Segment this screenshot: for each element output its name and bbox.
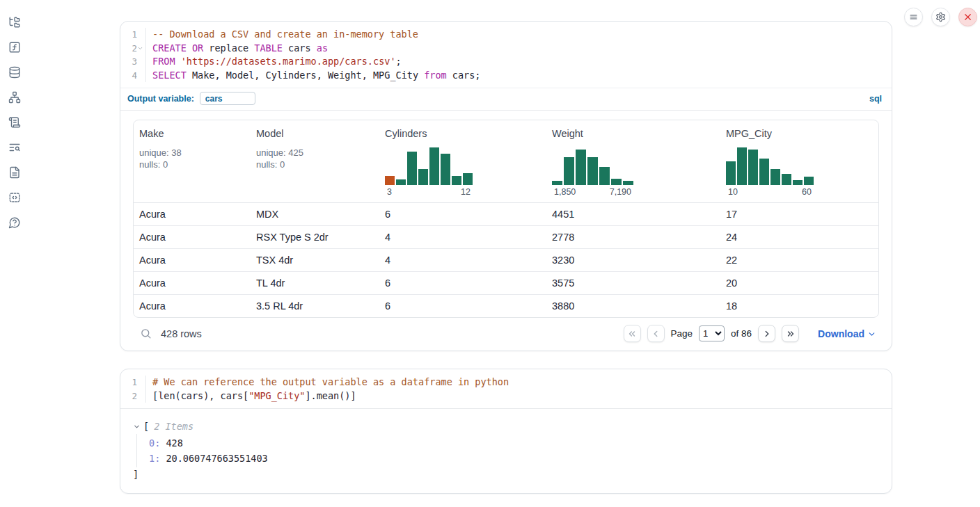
tree-entry-key: 1:	[149, 453, 160, 464]
line-number-gutter: 4	[120, 69, 146, 83]
histogram-bar	[407, 152, 417, 185]
line-number-gutter: 2	[120, 389, 146, 403]
column-title: Model	[256, 128, 374, 139]
line-number-gutter: 3	[120, 55, 146, 69]
collapse-chevron-icon[interactable]	[133, 423, 141, 430]
code-line[interactable]: 1# We can reference the output variable …	[120, 376, 892, 389]
settings-icon	[935, 12, 946, 22]
column-header-make[interactable]: Makeunique: 38nulls: 0	[134, 120, 251, 202]
page-select[interactable]: 1	[699, 325, 725, 341]
network-icon[interactable]	[8, 91, 21, 104]
file-tree-icon[interactable]	[8, 16, 21, 29]
table-cell: 3.5 RL 4dr	[251, 295, 379, 317]
histogram-bar	[793, 180, 803, 185]
histogram-bar	[463, 173, 473, 185]
histogram-bar	[587, 157, 598, 185]
column-header-cylinders[interactable]: Cylinders312	[379, 120, 546, 202]
table-cell: 6	[379, 203, 546, 225]
table-cell: 4451	[546, 203, 720, 225]
code-snippet-icon[interactable]	[8, 191, 21, 204]
histogram-bar	[770, 169, 780, 185]
download-label: Download	[818, 328, 864, 339]
histogram-bar	[599, 167, 610, 185]
line-number-gutter: 1	[120, 28, 146, 42]
sql-cell: 1-- Download a CSV and create an in-memo…	[120, 21, 892, 351]
code-line[interactable]: 4SELECT Make, Model, Cylinders, Weight, …	[120, 69, 892, 83]
tree-entry-value: 20.060747663551403	[160, 453, 267, 464]
settings-button[interactable]	[931, 8, 950, 26]
tree-entry: 1: 20.060747663551403	[149, 451, 879, 466]
table-cell: MDX	[251, 203, 379, 225]
row-count-label: 428 rows	[161, 328, 202, 339]
sql-code-editor[interactable]: 1-- Download a CSV and create an in-memo…	[120, 22, 892, 88]
prev-page-button[interactable]	[647, 325, 665, 342]
table-row[interactable]: AcuraMDX6445117	[134, 203, 878, 226]
code-line[interactable]: 1-- Download a CSV and create an in-memo…	[120, 28, 892, 42]
search-icon[interactable]	[140, 328, 152, 339]
download-button[interactable]: Download	[818, 328, 876, 339]
table-cell: Acura	[134, 226, 251, 248]
close-bracket: ]	[133, 467, 879, 482]
tree-entry: 0: 428	[149, 435, 879, 451]
table-cell: 22	[720, 249, 878, 271]
table-cell: 3575	[546, 272, 720, 294]
column-header-weight[interactable]: Weight1,8507,190	[546, 120, 720, 202]
python-cell: 1# We can reference the output variable …	[120, 369, 892, 494]
histogram-bar	[748, 150, 758, 185]
language-badge: sql	[869, 94, 882, 104]
text-search-icon[interactable]	[8, 141, 21, 154]
menu-button[interactable]	[904, 8, 923, 26]
table-cell: Acura	[134, 272, 251, 294]
last-page-button[interactable]	[782, 325, 799, 342]
table-row[interactable]: AcuraTL 4dr6357520	[134, 272, 878, 295]
histogram-bar	[782, 174, 791, 185]
column-title: Make	[139, 128, 245, 139]
file-text-icon[interactable]	[8, 166, 21, 179]
histogram-axis-labels: 1060	[726, 187, 814, 197]
next-page-button[interactable]	[758, 325, 775, 342]
histogram-bar	[611, 179, 622, 185]
function-square-icon[interactable]	[8, 41, 21, 54]
table-cell: 3880	[546, 295, 720, 317]
table-cell: 3230	[546, 249, 720, 271]
table-cell: 17	[720, 203, 878, 225]
histogram-bar	[385, 176, 395, 185]
table-row[interactable]: Acura3.5 RL 4dr6388018	[134, 295, 878, 317]
histogram-bar	[418, 169, 428, 185]
output-variable-label: Output variable:	[127, 94, 194, 104]
page-total-label: of 86	[731, 328, 752, 339]
tree-entry-key: 0:	[149, 437, 160, 449]
sql-output-area: Makeunique: 38nulls: 0Modelunique: 425nu…	[120, 111, 892, 351]
column-header-model[interactable]: Modelunique: 425nulls: 0	[251, 120, 379, 202]
table-cell: 6	[379, 272, 546, 294]
scroll-text-icon[interactable]	[8, 116, 21, 129]
notebook-cells: 1-- Download a CSV and create an in-memo…	[120, 21, 892, 507]
histogram-bar	[441, 154, 450, 185]
close-button[interactable]	[958, 8, 977, 26]
code-line[interactable]: 2[len(cars), cars["MPG_City"].mean()]	[120, 389, 892, 403]
table-footer: 428 rows Page 1 of 86 Download	[133, 325, 879, 344]
database-icon[interactable]	[8, 66, 21, 79]
column-title: Weight	[552, 128, 715, 139]
line-number-gutter: 2	[120, 42, 146, 56]
items-count-label: 2 Items	[154, 419, 193, 434]
code-line[interactable]: 2CREATE OR replace TABLE cars as	[120, 42, 892, 56]
table-row[interactable]: AcuraRSX Type S 2dr4277824	[134, 226, 878, 249]
first-page-button[interactable]	[624, 325, 641, 342]
histogram-bar	[737, 147, 747, 185]
histogram-bar	[396, 179, 406, 185]
table-cell: RSX Type S 2dr	[251, 226, 379, 248]
output-variable-input[interactable]	[200, 92, 255, 105]
histogram-bar	[452, 176, 461, 185]
table-row[interactable]: AcuraTSX 4dr4323022	[134, 249, 878, 272]
histogram-bar	[804, 177, 814, 185]
tree-entry-value: 428	[160, 437, 183, 449]
output-variable-row: Output variable: sql	[120, 88, 892, 110]
code-line[interactable]: 3FROM 'https://datasets.marimo.app/cars.…	[120, 55, 892, 69]
column-header-mpg_city[interactable]: MPG_City1060	[720, 120, 878, 202]
help-bubble-icon[interactable]	[8, 216, 21, 229]
column-stats: unique: 38nulls: 0	[139, 147, 245, 170]
python-code-editor[interactable]: 1# We can reference the output variable …	[120, 369, 892, 408]
fold-chevron-icon[interactable]	[137, 45, 145, 51]
weight-histogram: 1,8507,190	[552, 146, 633, 197]
